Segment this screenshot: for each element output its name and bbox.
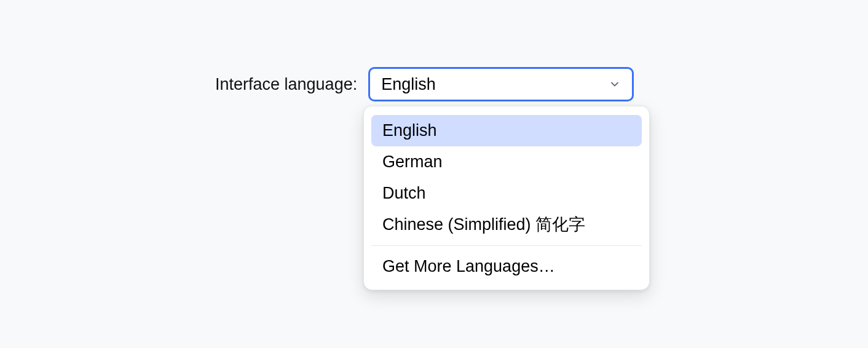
- language-option-german[interactable]: German: [371, 146, 642, 178]
- get-more-languages[interactable]: Get More Languages…: [371, 251, 642, 282]
- chevron-down-icon: [609, 78, 621, 90]
- language-option-english[interactable]: English: [371, 115, 642, 146]
- language-select-value: English: [381, 75, 436, 94]
- language-field-label: Interface language:: [215, 75, 357, 94]
- language-field-row: Interface language: English: [215, 67, 634, 101]
- language-option-dutch[interactable]: Dutch: [371, 178, 642, 209]
- language-select[interactable]: English: [368, 67, 634, 101]
- language-dropdown: English German Dutch Chinese (Simplified…: [363, 106, 650, 290]
- language-option-chinese-simplified[interactable]: Chinese (Simplified) 简化字: [371, 209, 642, 240]
- dropdown-divider: [371, 245, 642, 246]
